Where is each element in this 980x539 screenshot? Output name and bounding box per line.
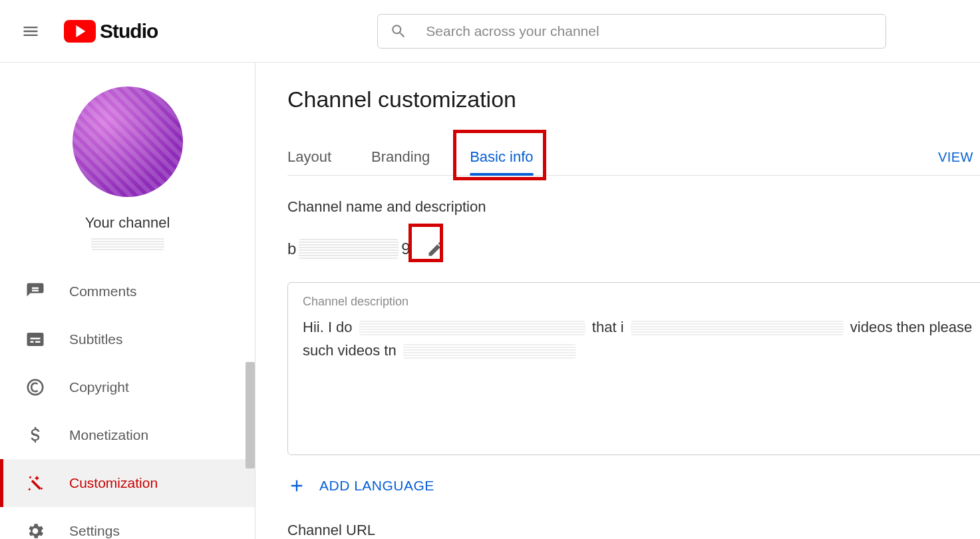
channel-name-suffix: 9 <box>401 240 410 258</box>
view-channel-button[interactable]: VIEW <box>938 150 973 165</box>
tabs-row: Layout Branding Basic info VIEW <box>287 139 980 176</box>
tab-layout[interactable]: Layout <box>287 139 331 175</box>
hamburger-menu-button[interactable] <box>16 17 45 46</box>
tab-basic-info[interactable]: Basic info <box>470 139 533 175</box>
sidebar-item-settings[interactable]: Settings <box>0 507 255 539</box>
channel-avatar-section: Your channel <box>0 63 255 250</box>
logo-text: Studio <box>100 20 158 43</box>
sidebar-item-label: Monetization <box>69 427 148 443</box>
header: Studio <box>0 0 980 63</box>
menu-icon <box>21 22 40 41</box>
sidebar-item-label: Comments <box>69 283 137 299</box>
search-icon <box>390 23 407 40</box>
search-box[interactable] <box>377 14 886 49</box>
search-input[interactable] <box>426 23 874 39</box>
add-language-label: ADD LANGUAGE <box>319 478 434 494</box>
description-text: Hii. I do that i videos then please such… <box>303 315 980 362</box>
channel-name-section: Channel name and description b 9 Channel… <box>287 198 980 539</box>
channel-name-redacted <box>91 237 164 250</box>
section-heading-name: Channel name and description <box>287 198 980 216</box>
tab-branding[interactable]: Branding <box>371 139 430 175</box>
sidebar-scrollbar[interactable] <box>245 362 255 468</box>
sidebar: Your channel Comments Subtitles Copyrigh… <box>0 63 255 539</box>
youtube-icon <box>64 20 96 43</box>
comment-icon <box>25 281 45 301</box>
sidebar-item-label: Copyright <box>69 379 129 395</box>
wand-icon <box>25 473 45 493</box>
copyright-icon <box>25 377 45 397</box>
gear-icon <box>25 521 45 539</box>
your-channel-label: Your channel <box>85 214 170 232</box>
page-title: Channel customization <box>287 87 980 112</box>
search-container <box>377 14 886 49</box>
section-heading-url: Channel URL <box>287 522 980 539</box>
sidebar-item-subtitles[interactable]: Subtitles <box>0 315 255 363</box>
sidebar-item-copyright[interactable]: Copyright <box>0 363 255 411</box>
sidebar-nav: Comments Subtitles Copyright Monetizatio… <box>0 268 255 539</box>
avatar[interactable] <box>73 87 183 197</box>
sidebar-item-customization[interactable]: Customization <box>0 459 255 507</box>
channel-description-box[interactable]: Channel description Hii. I do that i vid… <box>287 282 980 455</box>
body: Your channel Comments Subtitles Copyrigh… <box>0 63 980 539</box>
subtitles-icon <box>25 329 45 349</box>
sidebar-item-label: Subtitles <box>69 331 123 347</box>
dollar-icon <box>25 425 45 445</box>
redacted-span <box>403 344 576 359</box>
channel-name-row: b 9 <box>287 232 980 266</box>
sidebar-item-label: Settings <box>69 523 120 539</box>
studio-logo[interactable]: Studio <box>64 20 158 43</box>
sidebar-item-label: Customization <box>69 475 158 491</box>
redacted-span <box>359 321 585 335</box>
edit-name-button[interactable] <box>418 232 453 266</box>
sidebar-item-monetization[interactable]: Monetization <box>0 411 255 459</box>
add-language-button[interactable]: ADD LANGUAGE <box>287 476 980 495</box>
channel-name-redacted <box>299 239 399 259</box>
main-content: Channel customization Layout Branding Ba… <box>255 63 980 539</box>
pencil-icon <box>426 240 445 258</box>
redacted-span <box>631 321 844 335</box>
channel-name-prefix: b <box>287 240 296 258</box>
plus-icon <box>287 476 306 495</box>
sidebar-item-comments[interactable]: Comments <box>0 268 255 315</box>
description-label: Channel description <box>303 295 980 309</box>
